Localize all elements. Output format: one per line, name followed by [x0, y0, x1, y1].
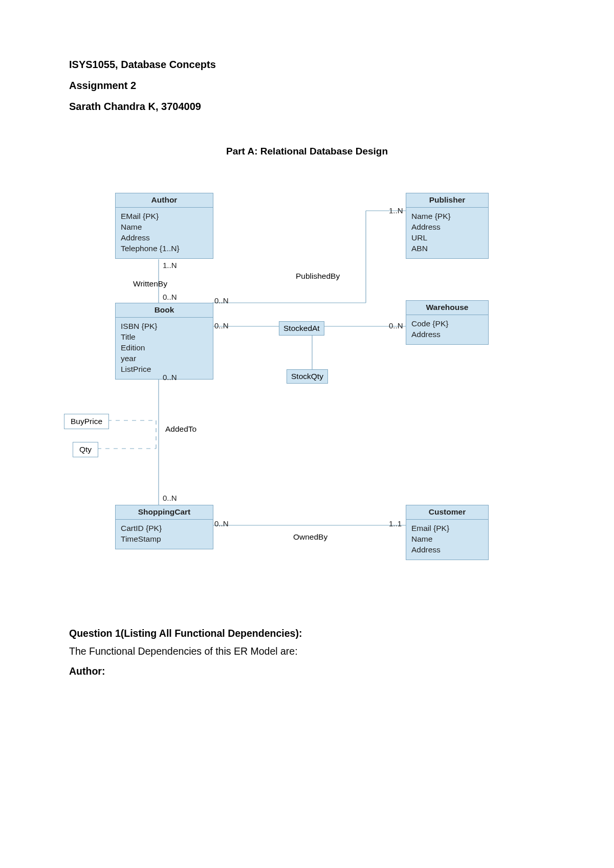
- entity-shoppingcart: ShoppingCart CartID {PK} TimeStamp: [115, 505, 213, 549]
- book-attr: year: [121, 353, 208, 364]
- er-diagram: Author EMail {PK} Name Address Telephone…: [64, 193, 535, 597]
- entity-warehouse-title: Warehouse: [406, 301, 488, 315]
- attr-qty: Qty: [73, 442, 98, 457]
- card-cart-ownedby: 0..N: [214, 519, 229, 528]
- entity-shoppingcart-title: ShoppingCart: [116, 505, 213, 520]
- rel-stockqty: StockQty: [287, 369, 328, 384]
- rel-addedto: AddedTo: [161, 422, 201, 436]
- entity-author-title: Author: [116, 193, 213, 208]
- question1-intro: The Functional Dependencies of this ER M…: [69, 646, 545, 657]
- card-warehouse-stockedat: 0..N: [389, 321, 403, 330]
- author-attr: EMail {PK}: [121, 211, 208, 222]
- customer-attr: Email {PK}: [411, 523, 483, 534]
- shoppingcart-attr: CartID {PK}: [121, 523, 208, 534]
- attr-buyprice: BuyPrice: [64, 414, 109, 429]
- publisher-attr: ABN: [411, 243, 483, 254]
- assignment-heading: Assignment 2: [69, 80, 545, 92]
- author-attr: Telephone {1..N}: [121, 243, 208, 254]
- student-heading: Sarath Chandra K, 3704009: [69, 101, 545, 113]
- rel-stockedat: StockedAt: [279, 321, 324, 336]
- card-book-publishedby: 0..N: [214, 296, 229, 305]
- entity-book-title: Book: [116, 303, 213, 318]
- customer-attr: Name: [411, 534, 483, 545]
- entity-book: Book ISBN {PK} Title Edition year ListPr…: [115, 303, 213, 380]
- entity-publisher: Publisher Name {PK} Address URL ABN: [406, 193, 489, 259]
- card-book-addedto: 0..N: [163, 373, 177, 382]
- entity-publisher-title: Publisher: [406, 193, 488, 208]
- entity-customer-title: Customer: [406, 505, 488, 520]
- card-book-stockedat: 0..N: [214, 321, 229, 330]
- question1-title: Question 1(Listing All Functional Depend…: [69, 628, 545, 639]
- part-a-title: Part A: Relational Database Design: [69, 146, 545, 157]
- entity-author: Author EMail {PK} Name Address Telephone…: [115, 193, 213, 259]
- card-author-writtenby: 1..N: [163, 261, 177, 270]
- warehouse-attr: Address: [411, 329, 483, 340]
- card-book-writtenby: 0..N: [163, 293, 177, 301]
- card-customer-ownedby: 1..1: [389, 519, 402, 528]
- author-attr: Name: [121, 222, 208, 233]
- card-cart-addedto: 0..N: [163, 494, 177, 502]
- publisher-attr: URL: [411, 233, 483, 243]
- course-heading: ISYS1055, Database Concepts: [69, 59, 545, 71]
- publisher-attr: Name {PK}: [411, 211, 483, 222]
- author-attr: Address: [121, 233, 208, 243]
- warehouse-attr: Code {PK}: [411, 319, 483, 329]
- rel-publishedby: PublishedBy: [292, 270, 344, 283]
- card-publisher-publishedby: 1..N: [389, 206, 403, 215]
- customer-attr: Address: [411, 545, 483, 555]
- publisher-attr: Address: [411, 222, 483, 233]
- book-attr: Title: [121, 332, 208, 343]
- book-attr: ISBN {PK}: [121, 321, 208, 332]
- rel-ownedby: OwnedBy: [289, 530, 332, 544]
- book-attr: Edition: [121, 343, 208, 353]
- entity-warehouse: Warehouse Code {PK} Address: [406, 300, 489, 345]
- rel-writtenby: WrittenBy: [127, 277, 173, 291]
- entity-customer: Customer Email {PK} Name Address: [406, 505, 489, 560]
- question1-section-author: Author:: [69, 665, 545, 677]
- shoppingcart-attr: TimeStamp: [121, 534, 208, 545]
